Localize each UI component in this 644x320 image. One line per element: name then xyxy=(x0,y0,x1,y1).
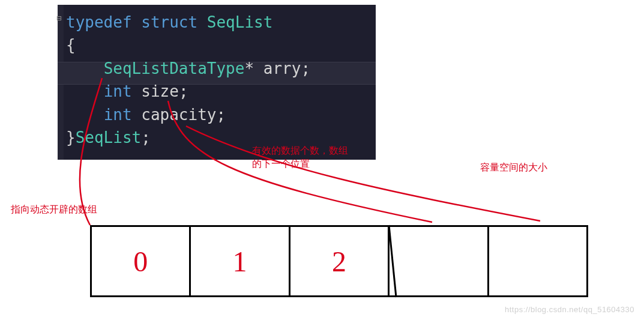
kw-struct: struct xyxy=(141,13,197,31)
array-cell-1: 1 xyxy=(189,225,288,297)
array-cell-4 xyxy=(487,225,588,297)
brace-open: { xyxy=(66,36,76,54)
annotation-size: 有效的数据个数，数组 的下一个位置 xyxy=(252,144,348,171)
fold-icon: ⊟ xyxy=(56,12,61,25)
brace-close: } xyxy=(66,128,76,146)
code-snippet: ⊟ typedef struct SeqList { SeqListDataTy… xyxy=(58,5,376,160)
kw-typedef: typedef xyxy=(66,13,132,31)
array-diagram: 0 1 2 xyxy=(90,225,588,297)
array-cell-0: 0 xyxy=(90,225,189,297)
id-arry: arry xyxy=(263,59,301,77)
watermark: https://blog.csdn.net/qq_51604330 xyxy=(505,305,634,314)
annotation-arry: 指向动态开辟的数组 xyxy=(11,203,97,216)
annotation-capacity: 容量空间的大小 xyxy=(480,161,547,174)
id-capacity: capacity xyxy=(141,106,216,124)
type-seqlist: SeqList xyxy=(207,13,273,31)
kw-int-1: int xyxy=(104,82,132,100)
array-cell-3 xyxy=(388,225,487,297)
type-seqlist-end: SeqList xyxy=(76,128,142,146)
kw-int-2: int xyxy=(104,106,132,124)
id-size: size xyxy=(141,82,179,100)
code-content: typedef struct SeqList { SeqListDataType… xyxy=(66,11,376,149)
array-cell-2: 2 xyxy=(289,225,388,297)
type-datatype: SeqListDataType xyxy=(104,59,245,77)
